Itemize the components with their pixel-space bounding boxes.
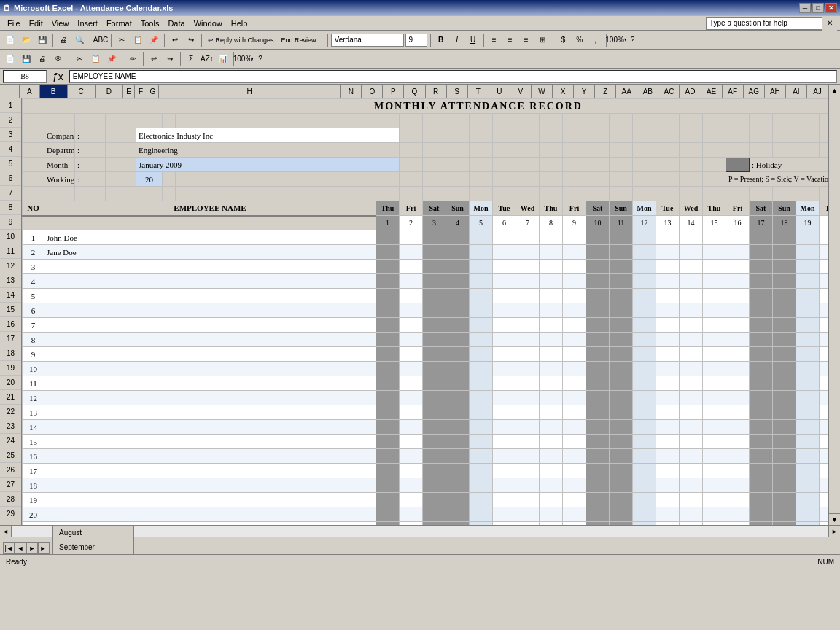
row-num-18[interactable]: 18 <box>0 346 21 361</box>
day-cell-18-6[interactable] <box>493 478 516 493</box>
day-cell-12-2[interactable] <box>400 391 423 405</box>
tb2-btn7[interactable]: 📌 <box>104 52 119 66</box>
day-cell-20-12[interactable] <box>633 508 656 522</box>
day-cell-3-4[interactable] <box>446 260 470 274</box>
day-cell-12-6[interactable] <box>493 391 516 405</box>
day-cell-10-19[interactable] <box>796 362 820 376</box>
col-header-F[interactable]: F <box>135 85 147 98</box>
day-cell-20-4[interactable] <box>446 508 470 522</box>
day-cell-17-17[interactable] <box>750 464 773 478</box>
vertical-scrollbar[interactable]: ▲ ▼ <box>828 85 840 525</box>
day-cell-3-2[interactable] <box>400 260 423 274</box>
col-header-B[interactable]: B <box>40 85 68 98</box>
day-cell-13-18[interactable] <box>773 405 796 420</box>
day-cell-11-6[interactable] <box>493 376 516 391</box>
day-cell-21-4[interactable] <box>446 522 470 526</box>
day-cell-13-19[interactable] <box>796 405 820 420</box>
day-cell-10-4[interactable] <box>446 362 470 376</box>
row-num-3[interactable]: 3 <box>0 128 21 142</box>
day-cell-18-3[interactable] <box>423 478 446 493</box>
menu-window[interactable]: Window <box>190 18 227 29</box>
day-cell-9-9[interactable] <box>563 347 586 362</box>
day-cell-8-20[interactable] <box>820 332 829 347</box>
row-num-21[interactable]: 21 <box>0 390 21 405</box>
day-cell-21-18[interactable] <box>773 522 796 526</box>
col-header-W[interactable]: W <box>532 85 553 98</box>
day-cell-19-11[interactable] <box>610 493 633 508</box>
tab-last-button[interactable]: ►| <box>38 542 50 554</box>
row-num-25[interactable]: 25 <box>0 448 21 463</box>
col-header-Z[interactable]: Z <box>595 85 616 98</box>
day-cell-4-16[interactable] <box>726 274 750 289</box>
day-cell-14-11[interactable] <box>610 420 633 435</box>
day-cell-4-6[interactable] <box>493 274 516 289</box>
menu-view[interactable]: View <box>47 18 74 29</box>
day-cell-18-14[interactable] <box>680 478 703 493</box>
day-cell-7-4[interactable] <box>446 318 470 332</box>
day-cell-6-20[interactable] <box>820 303 829 318</box>
tb2-chart[interactable]: 📊 <box>216 52 230 66</box>
day-cell-8-14[interactable] <box>680 332 703 347</box>
day-cell-16-6[interactable] <box>493 449 516 464</box>
align-right-button[interactable]: ≡ <box>519 33 534 47</box>
day-cell-11-3[interactable] <box>423 376 446 391</box>
day-cell-2-10[interactable] <box>586 245 610 260</box>
day-cell-7-2[interactable] <box>400 318 423 332</box>
day-cell-3-3[interactable] <box>423 260 446 274</box>
row-num-20[interactable]: 20 <box>0 376 21 390</box>
day-cell-15-6[interactable] <box>493 435 516 449</box>
day-cell-9-11[interactable] <box>610 347 633 362</box>
day-cell-3-11[interactable] <box>610 260 633 274</box>
align-center-button[interactable]: ≡ <box>503 33 518 47</box>
day-cell-2-14[interactable] <box>680 245 703 260</box>
day-cell-8-6[interactable] <box>493 332 516 347</box>
day-cell-5-3[interactable] <box>423 289 446 303</box>
row-num-17[interactable]: 17 <box>0 332 21 346</box>
col-header-R[interactable]: R <box>426 85 447 98</box>
day-cell-1-20[interactable] <box>820 230 829 245</box>
row-num-22[interactable]: 22 <box>0 405 21 419</box>
cell-reference[interactable] <box>3 70 47 83</box>
tb2-btn4[interactable]: 👁 <box>51 52 66 66</box>
day-cell-15-18[interactable] <box>773 435 796 449</box>
day-cell-21-17[interactable] <box>750 522 773 526</box>
scroll-right-arrow[interactable]: ► <box>828 526 840 537</box>
row-num-9[interactable]: 9 <box>0 215 21 230</box>
employee-name-cell-15[interactable] <box>44 435 376 449</box>
day-cell-15-16[interactable] <box>726 435 750 449</box>
day-cell-19-6[interactable] <box>493 493 516 508</box>
day-cell-21-3[interactable] <box>423 522 446 526</box>
day-cell-15-17[interactable] <box>750 435 773 449</box>
col-header-P[interactable]: P <box>383 85 404 98</box>
redo-button[interactable]: ↪ <box>184 33 198 47</box>
day-cell-3-12[interactable] <box>633 260 656 274</box>
day-cell-9-8[interactable] <box>540 347 563 362</box>
day-cell-5-11[interactable] <box>610 289 633 303</box>
day-cell-15-4[interactable] <box>446 435 470 449</box>
day-cell-12-16[interactable] <box>726 391 750 405</box>
day-cell-20-3[interactable] <box>423 508 446 522</box>
day-cell-3-13[interactable] <box>656 260 680 274</box>
day-cell-21-10[interactable] <box>586 522 610 526</box>
day-cell-15-19[interactable] <box>796 435 820 449</box>
col-header-D[interactable]: D <box>96 85 123 98</box>
day-cell-3-6[interactable] <box>493 260 516 274</box>
restore-button[interactable]: □ <box>812 3 824 13</box>
day-cell-11-10[interactable] <box>586 376 610 391</box>
day-cell-8-18[interactable] <box>773 332 796 347</box>
day-cell-6-8[interactable] <box>540 303 563 318</box>
day-cell-1-12[interactable] <box>633 230 656 245</box>
day-cell-21-16[interactable] <box>726 522 750 526</box>
day-cell-5-17[interactable] <box>750 289 773 303</box>
menu-insert[interactable]: Insert <box>73 18 102 29</box>
day-cell-3-17[interactable] <box>750 260 773 274</box>
day-cell-1-15[interactable] <box>703 230 726 245</box>
day-cell-14-1[interactable] <box>376 420 400 435</box>
day-cell-10-7[interactable] <box>516 362 540 376</box>
day-cell-15-8[interactable] <box>540 435 563 449</box>
day-cell-8-16[interactable] <box>726 332 750 347</box>
day-cell-6-15[interactable] <box>703 303 726 318</box>
day-cell-21-11[interactable] <box>610 522 633 526</box>
tb2-btn3[interactable]: 🖨 <box>35 52 50 66</box>
day-cell-16-2[interactable] <box>400 449 423 464</box>
